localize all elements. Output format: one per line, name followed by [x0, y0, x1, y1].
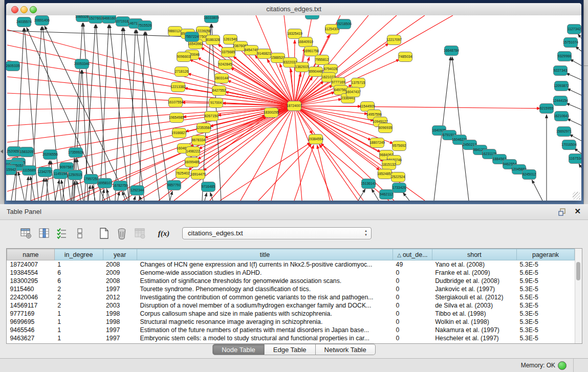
- table-cell[interactable]: 1997: [103, 285, 137, 293]
- tab-node-table[interactable]: Node Table: [212, 344, 265, 355]
- graph-edge[interactable]: [532, 180, 542, 201]
- graph-edge[interactable]: [26, 177, 29, 201]
- left-panel-divider[interactable]: [0, 0, 5, 204]
- table-cell[interactable]: 2008: [103, 277, 137, 285]
- graph-edge[interactable]: [566, 103, 581, 110]
- column-header-short[interactable]: short: [432, 249, 516, 260]
- graph-edge[interactable]: [403, 192, 409, 201]
- function-builder-button[interactable]: f(x): [157, 227, 170, 240]
- table-cell[interactable]: 0: [393, 293, 432, 301]
- graph-edge[interactable]: [110, 25, 129, 201]
- table-cell[interactable]: 9699695: [7, 318, 55, 326]
- table-source-select[interactable]: citations_edges.txt ▲▼: [182, 227, 372, 239]
- table-cell[interactable]: 6: [54, 269, 103, 277]
- table-cell[interactable]: 19384554: [7, 269, 55, 277]
- graph-edge[interactable]: [77, 181, 81, 201]
- select-column-button[interactable]: [37, 227, 51, 240]
- tab-edge-table[interactable]: Edge Table: [265, 344, 316, 355]
- graph-edge[interactable]: [122, 191, 125, 201]
- table-cell[interactable]: 5.3E-5: [517, 301, 575, 310]
- table-cell[interactable]: 0: [393, 310, 432, 318]
- graph-edge[interactable]: [294, 106, 302, 201]
- table-cell[interactable]: Tibbo et al. (1998): [432, 310, 516, 318]
- table-settings-button[interactable]: [19, 227, 33, 240]
- graph-edge[interactable]: [258, 144, 312, 201]
- graph-node-teal[interactable]: [306, 15, 319, 19]
- graph-edge[interactable]: [129, 30, 136, 201]
- graph-edge[interactable]: [567, 119, 581, 125]
- table-cell[interactable]: 1: [54, 260, 103, 269]
- table-cell[interactable]: 5.3E-5: [517, 285, 575, 293]
- table-row[interactable]: 977716911998Corpus callosum shape and si…: [7, 310, 575, 318]
- table-cell[interactable]: 0: [393, 269, 432, 277]
- window-resize-grip[interactable]: [573, 192, 580, 200]
- graph-edge[interactable]: [205, 193, 207, 201]
- table-cell[interactable]: 1997: [103, 326, 137, 334]
- table-cell[interactable]: Dudbridge et al. (2008): [432, 277, 516, 285]
- table-cell[interactable]: 9115460: [7, 285, 55, 293]
- table-cell[interactable]: 2009: [103, 269, 137, 277]
- table-cell[interactable]: 2: [54, 285, 103, 293]
- table-row[interactable]: 946554611997Estimation of the future num…: [7, 326, 575, 334]
- graph-edge[interactable]: [96, 25, 107, 201]
- table-cell[interactable]: 6: [54, 277, 103, 285]
- table-cell[interactable]: Embryonic stem cells: a model to study s…: [137, 334, 393, 342]
- table-cell[interactable]: 49: [393, 260, 432, 269]
- table-cell[interactable]: Wolkin et al. (1998): [432, 318, 516, 326]
- table-cell[interactable]: 2: [54, 301, 103, 310]
- row-height-button[interactable]: [73, 227, 86, 240]
- table-cell[interactable]: 22420046: [7, 293, 55, 301]
- table-cell[interactable]: Stergiakouli et al. (2012): [432, 293, 516, 301]
- column-header-pagerank[interactable]: pagerank: [517, 249, 575, 260]
- table-cell[interactable]: 14569117: [7, 301, 55, 310]
- memory-status-indicator[interactable]: [558, 361, 567, 370]
- table-cell[interactable]: Estimation of the future numbers of pati…: [137, 326, 393, 334]
- table-scrollbar[interactable]: [575, 249, 582, 343]
- table-cell[interactable]: 5.5E-5: [517, 293, 575, 301]
- create-table-button[interactable]: [97, 227, 111, 240]
- table-cell[interactable]: 1: [54, 334, 103, 342]
- table-row[interactable]: 1456911722003Disruption of a novel membe…: [7, 301, 575, 310]
- table-row[interactable]: 2242004622012Investigating the contribut…: [7, 293, 575, 301]
- table-cell[interactable]: 0: [393, 318, 432, 326]
- table-cell[interactable]: 9777169: [7, 310, 55, 318]
- table-cell[interactable]: 5.3E-5: [517, 334, 575, 342]
- table-cell[interactable]: 0: [393, 277, 432, 285]
- table-cell[interactable]: Franke et al. (2009): [432, 269, 516, 277]
- graph-edge[interactable]: [83, 23, 95, 201]
- graph-edge[interactable]: [7, 106, 294, 191]
- table-cell[interactable]: 2012: [103, 293, 137, 301]
- table-row[interactable]: 946362711997Embryonic stem cells: a mode…: [7, 334, 575, 342]
- import-table-button[interactable]: [133, 227, 146, 240]
- table-cell[interactable]: 1: [54, 326, 103, 334]
- table-row[interactable]: 1872400712008Changes of HCN gene express…: [7, 260, 575, 269]
- graph-edge[interactable]: [578, 34, 581, 38]
- graph-edge[interactable]: [241, 106, 294, 201]
- table-cell[interactable]: Yano et al. (2008): [432, 260, 516, 269]
- graph-edge[interactable]: [7, 77, 294, 106]
- delete-table-button[interactable]: [115, 227, 128, 240]
- graph-edge[interactable]: [189, 59, 294, 106]
- table-cell[interactable]: 5.3E-5: [517, 318, 575, 326]
- table-cell[interactable]: Jankovic et al. (1997): [432, 285, 516, 293]
- column-header-year[interactable]: year: [103, 249, 137, 260]
- graph-edge[interactable]: [115, 28, 122, 201]
- table-cell[interactable]: Disruption of a novel member of a sodium…: [137, 301, 393, 310]
- table-cell[interactable]: 18300295: [7, 277, 55, 285]
- graph-edge[interactable]: [570, 59, 581, 65]
- scrollbar-thumb[interactable]: [576, 262, 580, 280]
- close-panel-icon[interactable]: ✕: [574, 207, 581, 215]
- graph-edge[interactable]: [567, 89, 581, 95]
- table-cell[interactable]: Hescheler et al. (1997): [432, 334, 516, 342]
- table-cell[interactable]: 1998: [103, 318, 137, 326]
- network-canvas[interactable]: 1872400798601248912954122260589127508165…: [6, 15, 581, 201]
- table-cell[interactable]: Estimation of significance thresholds fo…: [137, 277, 393, 285]
- table-cell[interactable]: 1: [54, 318, 103, 326]
- table-cell[interactable]: Nakamura et al. (1997): [432, 326, 516, 334]
- graph-edge[interactable]: [7, 106, 294, 175]
- network-window-titlebar[interactable]: citations_edges.txt: [6, 3, 581, 16]
- graph-edge[interactable]: [294, 106, 540, 108]
- graph-edge[interactable]: [88, 185, 90, 201]
- select-rows-button[interactable]: [55, 227, 69, 240]
- float-panel-icon[interactable]: [558, 208, 567, 216]
